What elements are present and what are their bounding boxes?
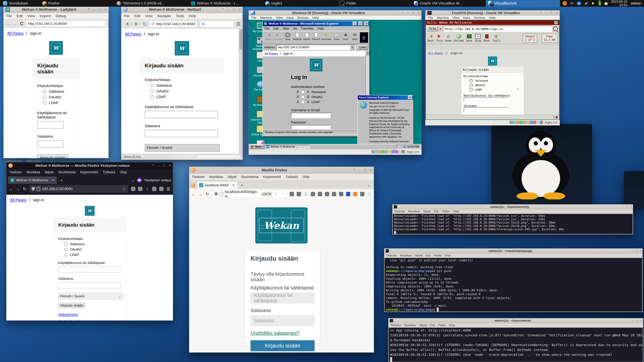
maximize-button[interactable]: □: [626, 205, 628, 208]
forward-icon[interactable]: →: [13, 21, 17, 26]
menu-item[interactable]: Help: [312, 16, 319, 19]
maximize-button[interactable]: □: [364, 168, 366, 172]
menu-item[interactable]: View: [452, 16, 459, 19]
back-icon[interactable]: [124, 22, 128, 26]
taskbar-button[interactable]: 2VirtualBoxVM: [486, 0, 560, 7]
menu-item[interactable]: Näytä: [419, 324, 427, 327]
reload-icon[interactable]: ↻: [142, 21, 147, 27]
minimize-button[interactable]: –: [407, 11, 408, 14]
tab-list-icon[interactable]: ⌄: [368, 183, 372, 187]
tray-app-icon[interactable]: [563, 1, 567, 5]
password-input[interactable]: [291, 125, 330, 129]
ie-toolbar-refresh-button[interactable]: Refresh: [293, 32, 302, 40]
recording-icon[interactable]: [395, 150, 398, 153]
dillo-reload-button[interactable]: Reload: [454, 34, 464, 42]
shade-button[interactable]: ^: [540, 11, 542, 14]
highlighter-extension-icon[interactable]: [353, 192, 358, 196]
mouse-icon[interactable]: [398, 150, 402, 153]
radio-option[interactable]: OAuth2: [64, 247, 121, 251]
taskbar-button[interactable]: WeKan ® Multiverse - L...: [188, 0, 263, 7]
all-pages-link[interactable]: All Pages: [264, 52, 278, 55]
ie-toolbar-favorites-button[interactable]: Favorites: [321, 32, 332, 40]
back-icon[interactable]: ←: [9, 186, 13, 192]
menu-item[interactable]: Input: [286, 16, 294, 19]
reload-icon[interactable]: ↻: [23, 186, 26, 192]
menu-item[interactable]: Muokkaa: [209, 175, 223, 179]
all-pages-link[interactable]: All Pages: [7, 31, 24, 35]
hdd-icon[interactable]: [510, 121, 513, 124]
url-field[interactable]: localhost:4000/sign-in 130 %: [212, 190, 287, 198]
terminal-titlebar[interactable]: >_ wekan@z: ~/repos/w/php/page –□×: [384, 249, 642, 253]
menu-item[interactable]: Favorites: [301, 27, 314, 30]
ie-toolbar-back-button[interactable]: Back: [264, 32, 272, 40]
menu-item[interactable]: Muokkaa: [404, 324, 416, 327]
menu-item[interactable]: Muokkaa: [408, 210, 420, 213]
minimize-button[interactable]: –: [622, 205, 624, 208]
ublock-icon[interactable]: [346, 192, 350, 196]
back-icon[interactable]: ←: [192, 192, 196, 197]
dillo-stop-button[interactable]: Stop: [475, 34, 481, 42]
maximize-button[interactable]: □: [412, 11, 414, 14]
cd-icon[interactable]: [375, 150, 378, 153]
username-input[interactable]: [58, 267, 121, 273]
cookie-extension-icon[interactable]: [318, 192, 322, 196]
minimize-button[interactable]: –: [545, 11, 547, 14]
shield-extension-icon[interactable]: [138, 187, 142, 191]
recording-icon[interactable]: [533, 121, 536, 124]
display-tray-icon[interactable]: [403, 146, 406, 148]
radio-option[interactable]: OAuth2: [150, 89, 219, 93]
multi-account-icon[interactable]: [332, 192, 336, 196]
tab-wekan[interactable]: W WeKan ® Multiverse ✕: [8, 176, 57, 184]
network-icon[interactable]: [381, 150, 385, 153]
taskbar-button[interactable]: 5Pääte: [337, 0, 412, 7]
menu-item[interactable]: View: [282, 27, 289, 30]
forward-icon[interactable]: →: [198, 192, 203, 197]
maximize-button[interactable]: □: [358, 22, 363, 26]
menu-item[interactable]: Pääte: [442, 210, 450, 213]
menu-item[interactable]: View: [145, 14, 152, 18]
url-field[interactable]: 192.168.0.20:8000: [29, 185, 128, 193]
close-button[interactable]: ×: [640, 249, 641, 252]
new-tab-button[interactable]: +: [58, 178, 64, 183]
menu-item[interactable]: Help: [489, 16, 496, 19]
clock[interactable]: 2023-05-10 22:53: [611, 0, 627, 7]
menu-item[interactable]: File: [264, 27, 269, 30]
dillo-titlebar[interactable]: Dillo: WeKan Â® Multiverse ×: [426, 20, 559, 25]
signin-button[interactable]: Kirjaudu sisään: [58, 303, 86, 308]
keyboard-layout-indicator[interactable]: FI: [570, 1, 574, 5]
menu-item[interactable]: Devices: [474, 16, 485, 19]
menu-item[interactable]: Etsi: [430, 324, 435, 327]
minimize-button[interactable]: –: [632, 249, 633, 252]
zoom-level-badge[interactable]: 130 %: [261, 192, 272, 196]
password-input[interactable]: Salasana: [250, 315, 314, 326]
close-button[interactable]: ×: [640, 319, 642, 322]
dillo-tools-button[interactable]: Tools: [492, 34, 500, 42]
password-input[interactable]: [37, 140, 64, 148]
radio-option[interactable]: Salasana: [43, 89, 75, 94]
password-input[interactable]: [464, 107, 508, 112]
links-button[interactable]: Links: [358, 45, 368, 50]
menu-item[interactable]: Devices: [297, 16, 309, 19]
reload-icon[interactable]: ↻: [206, 192, 209, 197]
ie-toolbar-font-button[interactable]: Font: [342, 32, 350, 40]
search-field[interactable]: G: [200, 21, 234, 27]
menu-item[interactable]: Ohje: [449, 324, 455, 327]
menu-item[interactable]: Etsi: [426, 254, 430, 257]
tab-close-icon[interactable]: ✕: [232, 183, 235, 187]
minimize-button[interactable]: _: [353, 22, 357, 26]
address-dropdown-icon[interactable]: ▼: [350, 45, 354, 50]
menu-icon[interactable]: [166, 187, 170, 191]
menu-item[interactable]: Machine: [437, 16, 449, 19]
radio-option[interactable]: LDAP: [470, 88, 522, 91]
menu-item[interactable]: Näytä: [45, 170, 54, 174]
radio-option[interactable]: Salasana: [64, 242, 121, 246]
tracking-protection-icon[interactable]: [32, 187, 35, 191]
menu-item[interactable]: Input: [463, 16, 470, 19]
bookmark-star-icon[interactable]: [122, 187, 126, 191]
tab-close-icon[interactable]: ✕: [52, 178, 54, 182]
new-tab-button[interactable]: +: [239, 183, 245, 188]
firefox-titlebar[interactable]: Mozilla Firefox ^–□×: [189, 167, 374, 174]
shared-folder-icon[interactable]: [526, 121, 530, 124]
dillo-book-button[interactable]: Book: [484, 34, 490, 42]
menu-item[interactable]: Näytä: [415, 254, 422, 257]
